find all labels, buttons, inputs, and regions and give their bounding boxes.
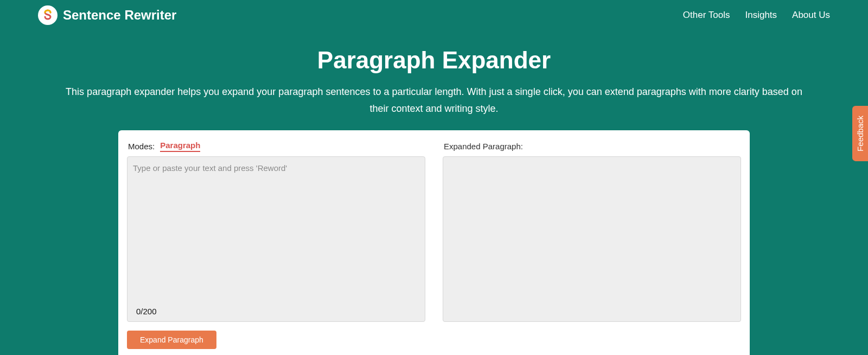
- char-counter: 0/200: [136, 307, 157, 316]
- brand-logo-icon: [38, 5, 58, 25]
- nav-about-us[interactable]: About Us: [792, 10, 830, 21]
- site-header: Sentence Rewriter Other Tools Insights A…: [0, 0, 868, 30]
- output-box: [443, 156, 741, 322]
- expand-paragraph-button[interactable]: Expand Paragraph: [127, 331, 216, 349]
- input-textarea[interactable]: [127, 157, 425, 321]
- output-label: Expanded Paragraph:: [444, 142, 523, 151]
- feedback-tab[interactable]: Feedback: [852, 106, 868, 161]
- output-pane: Expanded Paragraph:: [443, 140, 741, 349]
- brand-name: Sentence Rewriter: [63, 8, 176, 23]
- input-pane-header: Modes: Paragraph: [127, 140, 425, 152]
- nav-insights[interactable]: Insights: [745, 10, 777, 21]
- hero: Paragraph Expander This paragraph expand…: [0, 30, 868, 130]
- expander-tool: Modes: Paragraph 0/200 Expand Paragraph …: [118, 130, 750, 355]
- page-subtitle: This paragraph expander helps you expand…: [60, 84, 808, 117]
- input-pane: Modes: Paragraph 0/200 Expand Paragraph: [127, 140, 425, 349]
- main-nav: Other Tools Insights About Us: [683, 10, 830, 21]
- modes-label: Modes:: [128, 142, 155, 151]
- brand[interactable]: Sentence Rewriter: [38, 5, 176, 25]
- input-textarea-wrapper: 0/200: [127, 156, 425, 322]
- page-title: Paragraph Expander: [49, 47, 819, 74]
- mode-tab-paragraph[interactable]: Paragraph: [160, 141, 200, 152]
- output-pane-header: Expanded Paragraph:: [443, 140, 741, 152]
- nav-other-tools[interactable]: Other Tools: [683, 10, 730, 21]
